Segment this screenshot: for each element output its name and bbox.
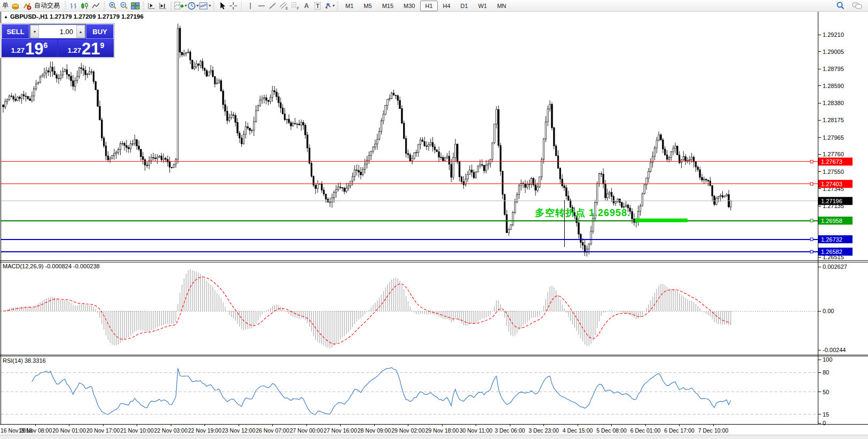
- chevron-down-icon: ▾: [196, 3, 199, 8]
- zoom-in-icon[interactable]: [107, 1, 118, 11]
- equidistant-channel-icon[interactable]: E: [279, 1, 289, 11]
- timeframe-m5[interactable]: M5: [359, 1, 376, 11]
- svg-text:20 Nov 01:00: 20 Nov 01:00: [52, 427, 86, 434]
- timeframe-d1[interactable]: D1: [456, 1, 473, 11]
- window-footer: [0, 435, 868, 439]
- svg-text:19 Nov 08:00: 19 Nov 08:00: [19, 427, 52, 434]
- chart-title-text: GBPUSD-,H1 1.27179 1.27209 1.27179 1.271…: [10, 13, 144, 20]
- svg-text:22 Nov 19:00: 22 Nov 19:00: [188, 427, 222, 434]
- svg-text:21 Nov 10:00: 21 Nov 10:00: [120, 427, 154, 434]
- toolbar-grip: [104, 2, 105, 10]
- volume-box: ▼ 1.00 ▲: [30, 25, 85, 38]
- chevron-down-icon: ▾: [209, 3, 211, 8]
- svg-text:29 Nov 18:00: 29 Nov 18:00: [425, 427, 459, 434]
- svg-text:7 Dec 10:00: 7 Dec 10:00: [698, 427, 729, 434]
- buy-price[interactable]: 1.27 21 9: [58, 39, 114, 57]
- svg-text:1.26732: 1.26732: [821, 236, 842, 243]
- svg-text:0.002627: 0.002627: [823, 264, 847, 270]
- one-click-trading-panel: SELL ▼ 1.00 ▲ BUY 1.27 19 6 1.27 21 9: [1, 23, 114, 58]
- svg-text:1.26582: 1.26582: [821, 249, 842, 255]
- text-label-icon[interactable]: T: [312, 1, 323, 11]
- search-icon[interactable]: [835, 1, 846, 11]
- svg-text:26 Nov 07:00: 26 Nov 07:00: [256, 427, 289, 434]
- autotrading-label: 自动交易: [33, 1, 61, 10]
- main-toolbar: 单 自动交易: [0, 0, 868, 12]
- sell-price-sup: 6: [44, 41, 48, 50]
- toolbar-grip: [337, 2, 338, 10]
- svg-text:27 Nov 16:00: 27 Nov 16:00: [323, 427, 357, 434]
- orders-label[interactable]: 单: [1, 1, 10, 10]
- buy-price-sup: 9: [100, 41, 105, 50]
- text-icon[interactable]: A: [301, 1, 312, 11]
- timeframe-h1[interactable]: H1: [420, 1, 437, 11]
- timeframe-m15[interactable]: M15: [377, 1, 398, 11]
- toolbar-grip: [213, 2, 215, 10]
- chart-shift-icon[interactable]: [146, 1, 157, 11]
- timeframe-m30[interactable]: M30: [399, 1, 420, 11]
- toolbar-grip: [170, 2, 172, 10]
- toolbar-separator: [241, 2, 242, 10]
- svg-text:6 Dec 01:00: 6 Dec 01:00: [630, 427, 661, 434]
- order-panel-top-row: SELL ▼ 1.00 ▲ BUY: [2, 24, 114, 39]
- zoom-out-icon[interactable]: [119, 1, 129, 11]
- svg-text:0.00: 0.00: [823, 308, 834, 314]
- svg-text:1.28380: 1.28380: [823, 100, 844, 106]
- svg-text:20 Nov 17:00: 20 Nov 17:00: [86, 427, 120, 434]
- tile-windows-icon[interactable]: [130, 1, 140, 11]
- svg-text:1.28590: 1.28590: [823, 83, 844, 89]
- crosshair-icon[interactable]: [228, 1, 239, 11]
- candlestick-icon[interactable]: [80, 1, 90, 11]
- volume-increase-button[interactable]: ▲: [76, 25, 85, 38]
- volume-value[interactable]: 1.00: [39, 25, 76, 38]
- svg-text:1.28175: 1.28175: [823, 117, 844, 123]
- volume-decrease-button[interactable]: ▼: [30, 25, 39, 38]
- mt4-window: 单 自动交易: [0, 0, 868, 439]
- timeframe-w1[interactable]: W1: [474, 1, 492, 11]
- svg-text:15: 15: [823, 411, 829, 418]
- svg-text:30 Nov 11:00: 30 Nov 11:00: [460, 427, 493, 434]
- chat-icon[interactable]: [852, 1, 863, 11]
- svg-text:E: E: [286, 6, 288, 10]
- buy-button[interactable]: BUY: [86, 24, 114, 39]
- svg-text:1.27965: 1.27965: [823, 134, 844, 141]
- collapse-triangle-icon[interactable]: ▲: [4, 14, 8, 19]
- periods-button[interactable]: ▾: [187, 1, 199, 11]
- buy-price-big: 21: [82, 42, 100, 57]
- svg-text:6 Dec 17:00: 6 Dec 17:00: [664, 427, 695, 434]
- chart-canvas[interactable]: 1.292101.290051.287951.285901.283801.281…: [0, 12, 868, 439]
- chevron-down-icon: ▾: [185, 3, 187, 8]
- sell-price[interactable]: 1.27 19 6: [2, 39, 57, 57]
- templates-button[interactable]: ▾: [199, 1, 211, 11]
- timeframe-m1[interactable]: M1: [341, 1, 358, 11]
- svg-text:50: 50: [823, 389, 829, 395]
- autotrading-button[interactable]: 自动交易: [21, 1, 62, 11]
- svg-text:1.29210: 1.29210: [823, 31, 844, 38]
- sell-price-prefix: 1.27: [11, 46, 25, 54]
- timeframe-h4[interactable]: H4: [438, 1, 455, 11]
- horizontal-line-icon[interactable]: [256, 1, 267, 11]
- new-order-icon[interactable]: [10, 1, 21, 11]
- auto-scroll-icon[interactable]: [157, 1, 168, 11]
- svg-text:-0.00244: -0.00244: [823, 347, 846, 353]
- svg-text:3 Dec 23:00: 3 Dec 23:00: [528, 427, 559, 434]
- indicators-button[interactable]: ▾: [174, 1, 187, 11]
- svg-text:5 Dec 08:00: 5 Dec 08:00: [596, 427, 627, 434]
- autotrading-icon: [23, 2, 31, 10]
- toolbar-grip: [65, 2, 66, 10]
- svg-text:1.27196: 1.27196: [821, 198, 842, 204]
- svg-text:3 Dec 06:00: 3 Dec 06:00: [495, 427, 525, 434]
- chart-title: ▲GBPUSD-,H1 1.27179 1.27209 1.27179 1.27…: [4, 13, 144, 20]
- cursor-icon[interactable]: [217, 1, 227, 11]
- trendline-icon[interactable]: [267, 1, 278, 11]
- arrows-button[interactable]: ▾: [323, 1, 335, 11]
- chevron-down-icon: ▾: [333, 3, 335, 8]
- sell-button[interactable]: SELL: [2, 24, 29, 39]
- vertical-line-icon[interactable]: [245, 1, 256, 11]
- line-chart-icon[interactable]: [91, 1, 101, 11]
- fibonacci-icon[interactable]: F: [290, 1, 301, 11]
- bar-chart-icon[interactable]: [68, 1, 79, 11]
- svg-text:29 Nov 02:00: 29 Nov 02:00: [391, 427, 425, 434]
- timeframe-mn[interactable]: MN: [492, 1, 511, 11]
- svg-text:4 Dec 15:00: 4 Dec 15:00: [563, 427, 593, 434]
- svg-text:1.27550: 1.27550: [823, 169, 844, 175]
